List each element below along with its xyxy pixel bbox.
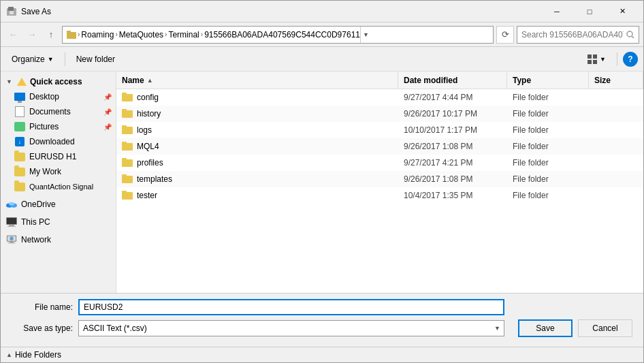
- file-cell-type: File folder: [507, 122, 589, 138]
- filename-label: File name:: [12, 302, 73, 312]
- thispc-section: This PC: [1, 215, 116, 230]
- folder-icon: [122, 108, 133, 119]
- col-header-date[interactable]: Date modified: [398, 72, 507, 89]
- pin-icon-2: 📌: [103, 108, 112, 116]
- file-cell-date: 10/4/2017 1:35 PM: [398, 187, 507, 203]
- quick-access-icon: [16, 77, 27, 86]
- table-row[interactable]: tester 10/4/2017 1:35 PM File folder: [116, 187, 643, 204]
- svg-rect-35: [122, 174, 127, 176]
- file-cell-name: logs: [116, 122, 398, 138]
- search-box[interactable]: [517, 26, 639, 44]
- col-header-size[interactable]: Size: [589, 72, 643, 89]
- svg-rect-29: [122, 125, 127, 127]
- sidebar-item-downloaded[interactable]: ↓ Downloaded: [1, 134, 116, 149]
- svg-rect-37: [122, 191, 127, 193]
- file-cell-date: 9/27/2017 4:44 PM: [398, 89, 507, 105]
- breadcrumb-dropdown-button[interactable]: ▼: [360, 26, 371, 44]
- file-cell-size: [589, 122, 643, 138]
- network-icon: [6, 234, 17, 245]
- search-icon: [626, 31, 634, 39]
- file-cell-type: File folder: [507, 138, 589, 154]
- sidebar-item-network[interactable]: Network: [1, 232, 116, 247]
- new-folder-button[interactable]: New folder: [71, 50, 120, 68]
- file-cell-type: File folder: [507, 106, 589, 121]
- breadcrumb-sep: ›: [78, 31, 80, 38]
- save-button[interactable]: Save: [518, 319, 573, 337]
- breadcrumb-item[interactable]: [67, 30, 76, 40]
- file-cell-type: File folder: [507, 89, 589, 105]
- breadcrumb-sep-2: ›: [115, 31, 117, 38]
- folder-icon: [122, 174, 133, 185]
- breadcrumb-terminal[interactable]: Terminal: [168, 30, 199, 40]
- back-button[interactable]: ←: [5, 27, 21, 43]
- svg-rect-27: [122, 109, 127, 111]
- network-section: Network: [1, 232, 116, 247]
- sidebar-item-onedrive[interactable]: OneDrive: [1, 197, 116, 212]
- filename-input[interactable]: [78, 299, 504, 315]
- refresh-button[interactable]: ⟳: [496, 26, 514, 44]
- sidebar-item-thispc[interactable]: This PC: [1, 215, 116, 230]
- table-row[interactable]: config 9/27/2017 4:44 PM File folder: [116, 89, 643, 106]
- view-button[interactable]: ▼: [582, 50, 611, 68]
- hide-folders-row[interactable]: ▲ Hide Folders: [1, 347, 643, 362]
- svg-rect-31: [122, 142, 127, 144]
- folder-yellow-icon-2: [14, 166, 25, 177]
- svg-rect-2: [10, 11, 14, 14]
- savetype-select[interactable]: ASCII Text (*.csv): [78, 320, 504, 336]
- breadcrumb-bar[interactable]: › Roaming › MetaQuotes › Terminal › 9155…: [62, 26, 494, 44]
- forward-button[interactable]: →: [24, 27, 40, 43]
- table-row[interactable]: history 9/26/2017 10:17 PM File folder: [116, 106, 643, 122]
- quick-access-header[interactable]: ▼ Quick access: [1, 74, 116, 89]
- search-input[interactable]: [521, 30, 624, 40]
- svg-rect-28: [122, 127, 133, 134]
- sidebar-item-documents[interactable]: Documents 📌: [1, 104, 116, 119]
- breadcrumb-metaquotes[interactable]: MetaQuotes: [119, 30, 163, 40]
- main-area: ▼ Quick access Desktop 📌: [1, 72, 643, 293]
- col-header-type[interactable]: Type: [507, 72, 589, 89]
- titlebar-controls: ─ □ ✕: [541, 1, 638, 22]
- sidebar-item-desktop[interactable]: Desktop 📌: [1, 89, 116, 104]
- up-button[interactable]: ↑: [43, 27, 59, 43]
- sidebar-item-pictures[interactable]: Pictures 📌: [1, 119, 116, 134]
- sidebar-item-quantaction[interactable]: QuantAction Signal: [1, 179, 116, 194]
- file-cell-name: config: [116, 89, 398, 105]
- save-as-dialog: Save As ─ □ ✕ ← → ↑ › Roaming › MetaQuot…: [0, 0, 644, 363]
- breadcrumb-guid[interactable]: 915566BA06ADA407569C544CC0D97611: [204, 30, 360, 40]
- file-cell-size: [589, 187, 643, 203]
- minimize-button[interactable]: ─: [541, 1, 573, 22]
- svg-line-6: [632, 36, 634, 38]
- close-button[interactable]: ✕: [607, 1, 638, 22]
- svg-point-14: [9, 202, 14, 206]
- thispc-icon: [6, 217, 17, 227]
- table-row[interactable]: profiles 9/27/2017 4:21 PM File folder: [116, 155, 643, 171]
- quick-access-section: ▼ Quick access Desktop 📌: [1, 74, 116, 194]
- sidebar: ▼ Quick access Desktop 📌: [1, 72, 116, 293]
- svg-rect-7: [587, 54, 592, 59]
- table-row[interactable]: templates 9/26/2017 1:08 PM File folder: [116, 171, 643, 187]
- help-button[interactable]: ?: [623, 52, 638, 67]
- maximize-button[interactable]: □: [574, 1, 605, 22]
- sidebar-item-eurusd[interactable]: EURUSD H1: [1, 149, 116, 164]
- sidebar-item-mywork[interactable]: My Work: [1, 164, 116, 179]
- organize-button[interactable]: Organize ▼: [6, 50, 59, 68]
- chevron-up-icon: ▲: [6, 351, 12, 358]
- view-icon: [587, 54, 597, 64]
- svg-rect-8: [593, 54, 597, 59]
- svg-rect-9: [587, 60, 592, 64]
- svg-rect-25: [122, 93, 127, 95]
- file-cell-name: history: [116, 106, 398, 121]
- file-cell-type: File folder: [507, 155, 589, 170]
- file-cell-date: 9/26/2017 1:08 PM: [398, 171, 507, 187]
- col-header-name[interactable]: Name ▲: [116, 72, 398, 89]
- svg-rect-1: [8, 7, 14, 11]
- folder-icon: [122, 190, 133, 201]
- svg-rect-4: [67, 31, 71, 33]
- cancel-button[interactable]: Cancel: [578, 319, 632, 337]
- svg-rect-30: [122, 143, 133, 151]
- svg-marker-11: [17, 78, 27, 86]
- svg-rect-24: [122, 94, 133, 101]
- breadcrumb-roaming[interactable]: Roaming: [81, 30, 114, 40]
- table-row[interactable]: logs 10/10/2017 1:17 PM File folder: [116, 122, 643, 138]
- table-row[interactable]: MQL4 9/26/2017 1:08 PM File folder: [116, 138, 643, 155]
- onedrive-section: OneDrive: [1, 197, 116, 212]
